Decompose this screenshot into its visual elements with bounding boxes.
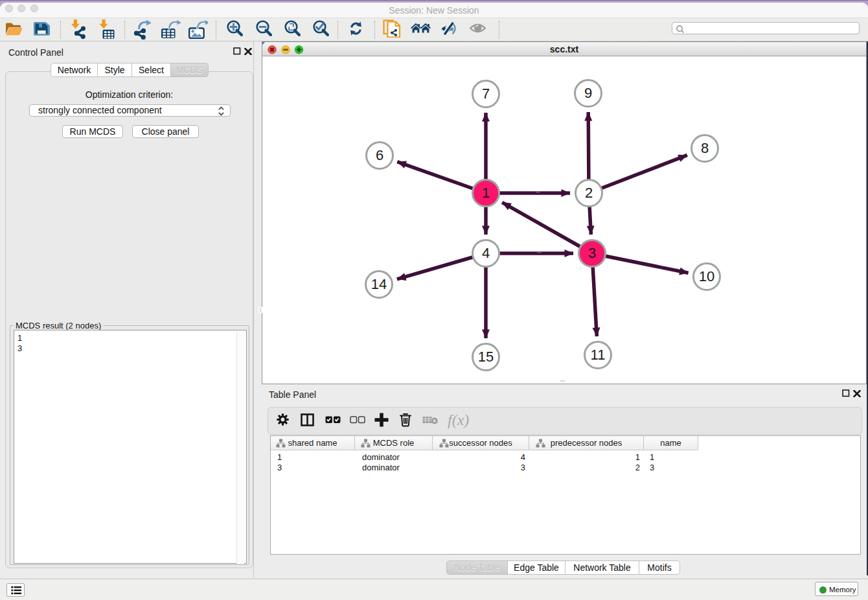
svg-text:6: 6 — [376, 147, 383, 163]
svg-text:15: 15 — [478, 349, 494, 365]
svg-text:7: 7 — [482, 86, 490, 102]
svg-text:1: 1 — [482, 185, 490, 201]
svg-text:4: 4 — [482, 245, 490, 261]
svg-text:11: 11 — [591, 347, 606, 363]
svg-text:8: 8 — [701, 140, 709, 156]
svg-text:2: 2 — [585, 185, 593, 201]
svg-text:10: 10 — [699, 268, 714, 284]
svg-text:3: 3 — [588, 245, 596, 261]
svg-text:9: 9 — [584, 85, 592, 101]
svg-text:14: 14 — [371, 276, 387, 292]
